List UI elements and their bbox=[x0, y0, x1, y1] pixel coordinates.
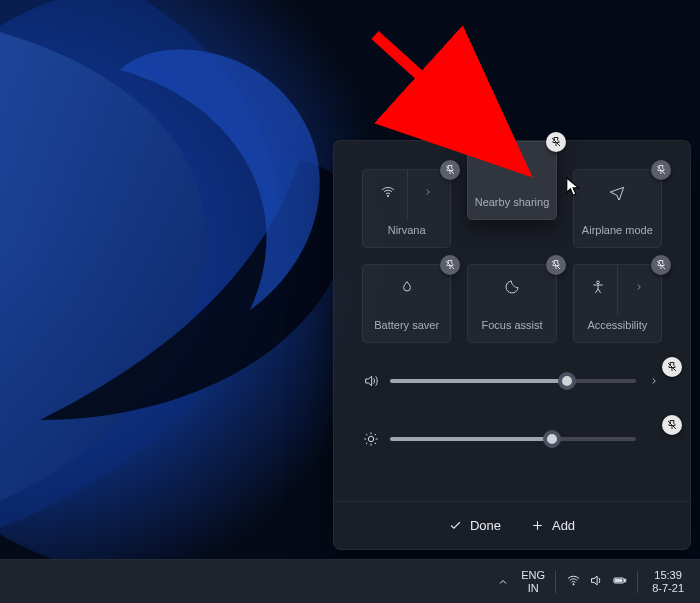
taskbar-separator bbox=[637, 571, 638, 593]
done-label: Done bbox=[470, 518, 501, 533]
clock-time: 15:39 bbox=[654, 569, 682, 582]
brightness-slider-row bbox=[362, 423, 662, 455]
volume-icon bbox=[362, 373, 380, 389]
svg-point-5 bbox=[368, 436, 373, 441]
focus-assist-icon bbox=[504, 279, 520, 297]
wifi-tile[interactable]: Nirvana bbox=[362, 169, 451, 248]
chevron-right-icon bbox=[634, 282, 644, 294]
svg-rect-10 bbox=[615, 579, 622, 582]
volume-slider[interactable] bbox=[390, 379, 636, 383]
svg-point-4 bbox=[597, 281, 600, 284]
panel-footer: Done Add bbox=[334, 501, 690, 549]
unpin-icon[interactable] bbox=[651, 160, 671, 180]
accessibility-icon bbox=[590, 279, 606, 297]
wifi-icon bbox=[380, 184, 396, 202]
unpin-icon[interactable] bbox=[440, 160, 460, 180]
add-label: Add bbox=[552, 518, 575, 533]
brightness-slider[interactable] bbox=[390, 437, 636, 441]
svg-rect-9 bbox=[625, 579, 626, 582]
unpin-icon[interactable] bbox=[546, 255, 566, 275]
system-tray[interactable] bbox=[560, 560, 633, 603]
taskbar: ENG IN 15:39 8-7-21 bbox=[0, 559, 700, 603]
svg-point-7 bbox=[573, 584, 574, 585]
volume-icon bbox=[589, 573, 604, 590]
battery-saver-icon bbox=[399, 279, 415, 297]
airplane-mode-tile[interactable]: Airplane mode bbox=[573, 169, 662, 248]
brightness-fill bbox=[390, 437, 552, 441]
sliders-section bbox=[362, 365, 662, 455]
airplane-mode-label: Airplane mode bbox=[582, 224, 653, 237]
unpin-icon[interactable] bbox=[662, 415, 682, 435]
battery-icon bbox=[612, 573, 627, 590]
lang-line2: IN bbox=[528, 582, 539, 595]
battery-saver-tile[interactable]: Battery saver bbox=[362, 264, 451, 343]
svg-point-3 bbox=[511, 161, 514, 164]
unpin-icon[interactable] bbox=[651, 255, 671, 275]
unpin-icon[interactable] bbox=[662, 357, 682, 377]
wifi-icon bbox=[566, 573, 581, 590]
volume-slider-row bbox=[362, 365, 662, 397]
language-indicator[interactable]: ENG IN bbox=[515, 560, 551, 603]
battery-saver-label: Battery saver bbox=[374, 319, 439, 332]
volume-thumb[interactable] bbox=[558, 372, 576, 390]
taskbar-separator bbox=[555, 571, 556, 593]
wifi-label: Nirvana bbox=[388, 224, 426, 237]
focus-assist-label: Focus assist bbox=[481, 319, 542, 332]
brightness-icon bbox=[362, 431, 380, 447]
done-button[interactable]: Done bbox=[449, 518, 501, 533]
tiles-grid: Nirvana Nearby sharing Airplane mode bbox=[362, 169, 662, 343]
accessibility-label: Accessibility bbox=[587, 319, 647, 332]
volume-fill bbox=[390, 379, 567, 383]
chevron-right-icon bbox=[423, 187, 433, 199]
airplane-icon bbox=[609, 184, 625, 202]
lang-line1: ENG bbox=[521, 569, 545, 582]
accessibility-tile[interactable]: Accessibility bbox=[573, 264, 662, 343]
focus-assist-tile[interactable]: Focus assist bbox=[467, 264, 556, 343]
tray-overflow-button[interactable] bbox=[491, 560, 515, 603]
nearby-sharing-tile[interactable]: Nearby sharing bbox=[467, 141, 556, 220]
nearby-sharing-label: Nearby sharing bbox=[475, 196, 550, 209]
chevron-right-icon[interactable] bbox=[646, 376, 662, 386]
clock-date: 8-7-21 bbox=[652, 582, 684, 595]
svg-point-2 bbox=[387, 195, 388, 196]
nearby-share-icon bbox=[504, 156, 520, 174]
unpin-icon[interactable] bbox=[440, 255, 460, 275]
add-button[interactable]: Add bbox=[531, 518, 575, 533]
quick-settings-panel: Nirvana Nearby sharing Airplane mode bbox=[333, 140, 691, 550]
brightness-thumb[interactable] bbox=[543, 430, 561, 448]
clock[interactable]: 15:39 8-7-21 bbox=[642, 560, 694, 603]
unpin-icon[interactable] bbox=[546, 132, 566, 152]
